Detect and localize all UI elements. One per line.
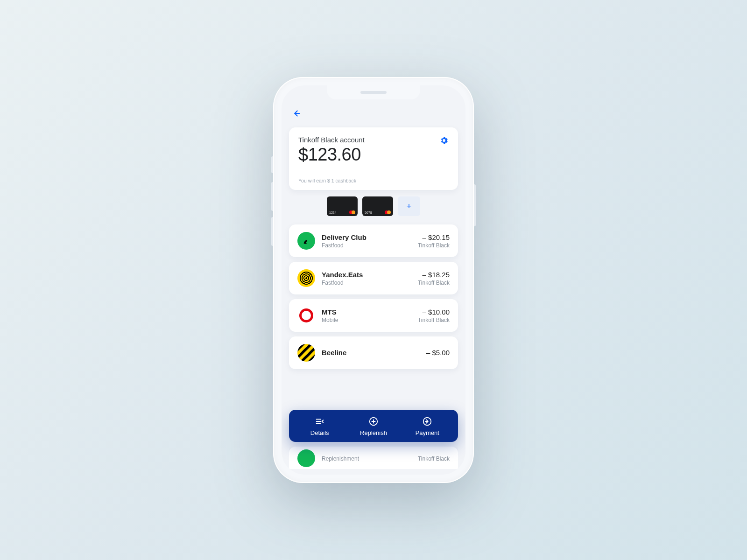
action-label: Payment [416,429,439,436]
merchant-icon-delivery [297,232,315,250]
back-button[interactable] [291,108,301,119]
transaction-source: Tinkoff Black [418,317,450,323]
transaction-source: Tinkoff Black [418,242,450,249]
payment-button[interactable]: Payment [406,416,448,436]
transaction-row[interactable]: MTS Mobile – $10.00 Tinkoff Black [289,299,458,332]
transaction-amount: – $10.00 [418,308,450,316]
phone-mockup: Tinkoff Black account $123.60 You will e… [273,77,474,483]
transaction-category: Fastfood [322,242,411,249]
plus-icon: + [407,202,412,211]
transaction-amount: – $18.25 [418,271,450,279]
transaction-source: Tinkoff Black [418,455,450,462]
card-last4: 5678 [365,211,372,214]
transaction-merchant: MTS [322,308,411,316]
transaction-merchant: Yandex.Eats [322,271,411,279]
cashback-note: You will earn $ 1 cashback [298,178,449,183]
transaction-row[interactable]: Replenishment Tinkoff Black [289,447,458,469]
transaction-merchant: Beeline [322,349,420,357]
transaction-source: Tinkoff Black [418,280,450,286]
action-label: Details [310,429,329,436]
transaction-row[interactable]: Yandex.Eats Fastfood – $18.25 Tinkoff Bl… [289,262,458,294]
action-bar: Details Replenish Payment [289,410,458,442]
card-last4: 1234 [329,211,337,214]
merchant-icon-mts [297,307,315,324]
transaction-category: Replenishment [322,455,411,462]
transaction-row[interactable]: Beeline – $5.00 [289,336,458,369]
transaction-category: Mobile [322,317,411,323]
phone-notch [327,85,420,99]
transaction-row[interactable]: Delivery Club Fastfood – $20.15 Tinkoff … [289,224,458,257]
account-balance: $123.60 [298,145,365,165]
mastercard-icon [385,210,391,214]
transaction-amount: – $20.15 [418,233,450,241]
card-thumbnail[interactable]: 1234 [327,196,358,216]
merchant-icon-replenish [297,449,315,467]
details-button[interactable]: Details [299,416,341,436]
card-thumbnail[interactable]: 5678 [362,196,393,216]
account-name: Tinkoff Black account [298,136,365,144]
gear-icon[interactable] [439,136,449,147]
transaction-category: Fastfood [322,280,411,286]
merchant-icon-beeline [297,344,315,362]
action-label: Replenish [360,429,387,436]
transaction-merchant: Delivery Club [322,233,411,241]
replenish-button[interactable]: Replenish [352,416,395,436]
transaction-peek: Replenishment Tinkoff Black [289,447,458,469]
transaction-amount: – $5.00 [426,349,450,357]
add-card-button[interactable]: + [398,196,420,216]
transaction-list: Delivery Club Fastfood – $20.15 Tinkoff … [289,224,458,369]
mastercard-icon [349,210,355,214]
cards-row: 1234 5678 + [289,190,458,224]
balance-card: Tinkoff Black account $123.60 You will e… [289,127,458,190]
merchant-icon-yandex [297,269,315,287]
